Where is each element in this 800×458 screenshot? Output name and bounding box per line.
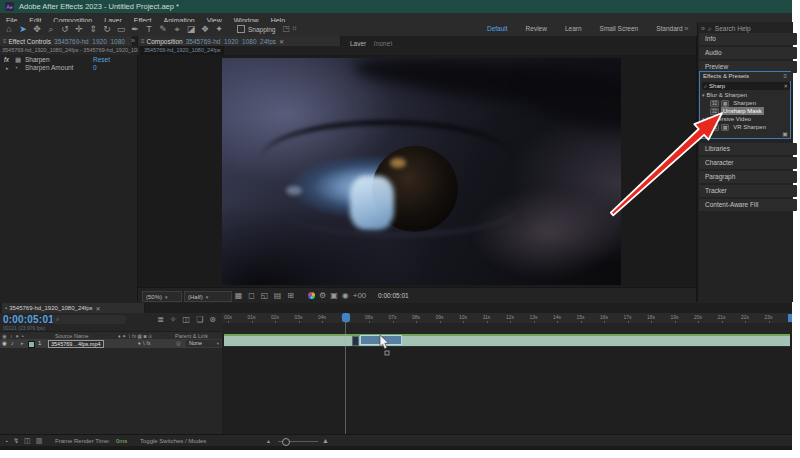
timeline-zoom-knob[interactable] [282, 438, 290, 446]
effect-item-unsharp-mask[interactable]: 32Unsharp Mask [700, 107, 790, 115]
tab-close-icon[interactable]: ✕ [279, 38, 284, 45]
channel-settings-icon[interactable] [308, 292, 315, 299]
panel-header-audio[interactable]: Audio [699, 47, 797, 59]
rotation-tool-icon[interactable]: ↻ [100, 22, 114, 36]
layer-row[interactable]: ◉ ♪ ▸ 1 3545769…4fps.mp4 ♦ ∖ fx ◎ None ▾ [0, 339, 222, 348]
effects-group-immersive-video[interactable]: ▾Immersive Video [700, 115, 790, 123]
roto-brush-tool-icon[interactable]: ❖ [198, 22, 212, 36]
parent-link-dropdown[interactable]: None ▾ [186, 340, 221, 347]
panel-overflow-icon[interactable]: » [701, 25, 705, 32]
snapping-control[interactable]: Snapping ◳ ⌗ [237, 22, 297, 36]
show-snapshot-icon[interactable]: ◉ [342, 291, 349, 300]
orbit-camera-tool-icon[interactable]: ↺ [58, 22, 72, 36]
panel-header-info[interactable]: Info [699, 33, 797, 45]
layer-visibility-icon[interactable]: ◉ [2, 339, 7, 348]
pen-tool-icon[interactable]: ✒ [128, 22, 142, 36]
tab-overflow-icon[interactable]: » [131, 36, 135, 46]
work-area-row[interactable] [222, 323, 792, 334]
workspace-overflow-icon[interactable]: » [684, 22, 688, 36]
snap-options-icon[interactable]: ◳ [282, 24, 292, 33]
snapping-checkbox[interactable] [237, 25, 245, 33]
expand-column-right-icon[interactable]: ▥ [36, 437, 43, 445]
layer-color-chip[interactable] [28, 341, 35, 348]
pan-camera-tool-icon[interactable]: ✛ [72, 22, 86, 36]
panel-menu-icon[interactable]: ≡ [783, 72, 787, 81]
panel-header-content-aware-fill[interactable]: Content-Aware Fill [699, 199, 797, 211]
panel-header-tracker[interactable]: Tracker [699, 185, 797, 197]
zoom-level-dropdown[interactable]: (50%) ▾ [142, 291, 182, 302]
effect-row-sharpen[interactable]: fx ▦ Sharpen Reset [0, 56, 137, 64]
dolly-camera-tool-icon[interactable]: ⇕ [86, 22, 100, 36]
fx-badge-icon[interactable]: fx [4, 56, 9, 64]
draft-3d-icon[interactable]: ✧ [170, 315, 177, 324]
resolution-dropdown[interactable]: (Half) ▾ [184, 291, 232, 302]
brush-tool-icon[interactable]: ✎ [156, 22, 170, 36]
new-preset-icon[interactable]: ▣ [782, 130, 788, 137]
panel-header-character[interactable]: Character [699, 157, 797, 169]
composition-mini-flowchart-icon[interactable]: ≣ [157, 315, 164, 324]
layer-twirl-icon[interactable]: ▸ [21, 339, 24, 348]
layer-switch-icons[interactable]: ♦ ∖ fx [138, 339, 150, 348]
layer-audio-icon[interactable]: ♪ [11, 339, 14, 348]
frame-blending-icon[interactable]: ❏ [196, 315, 203, 324]
panel-menu-icon[interactable]: ≡ [3, 38, 7, 44]
param-twirl-icon[interactable]: ▸ [6, 64, 9, 72]
clone-stamp-tool-icon[interactable]: ⌖ [170, 22, 184, 36]
motion-blur-icon[interactable]: ⊛ [209, 315, 216, 324]
grid-options-icon[interactable]: ⌗ [292, 24, 297, 33]
clear-search-icon[interactable]: ✕ [783, 83, 788, 89]
effects-group-blur-sharpen[interactable]: ▾Blur & Sharpen [700, 91, 790, 99]
exposure-value[interactable]: +00 [353, 291, 367, 300]
render-time-indicator-icon[interactable]: ◔ [4, 438, 8, 445]
tab-timeline-comp[interactable]: ▪ 3545769-hd_1920_1080_24fps ✕ [2, 303, 145, 313]
tab-layer[interactable]: Layer (none) [350, 36, 393, 46]
workspace-default[interactable]: Default [478, 22, 517, 36]
viewer-tab[interactable]: 3545769-hd_1920_1080_24fps [140, 46, 224, 55]
effects-presets-panel[interactable]: Effects & Presets ≡ ⌕ Sharp ✕ ▾Blur & Sh… [699, 71, 791, 139]
snap-extra-icons[interactable]: ◳ ⌗ [282, 24, 296, 34]
hide-shy-layers-icon[interactable]: ◫ [183, 315, 191, 324]
type-tool-icon[interactable]: T [142, 22, 156, 36]
param-value[interactable]: 0 [93, 64, 97, 72]
param-stopwatch-icon[interactable]: ◔ [14, 64, 18, 72]
home-tool-icon[interactable]: ⌂ [2, 22, 16, 36]
workspace-learn[interactable]: Learn [556, 22, 591, 36]
hand-tool-icon[interactable]: ✥ [30, 22, 44, 36]
puppet-pin-tool-icon[interactable]: ✦ [212, 22, 226, 36]
layer-duration-bar[interactable] [224, 334, 790, 347]
workspace-review[interactable]: Review [517, 22, 556, 36]
region-of-interest-icon[interactable]: ◻ [245, 291, 258, 300]
zoom-tool-icon[interactable]: ⌕ [44, 22, 58, 36]
current-timecode[interactable]: 0:00:05:01 [3, 314, 54, 325]
timeline-search-field[interactable]: ⌕ [52, 315, 126, 324]
transparency-grid-icon[interactable]: ▦ [232, 291, 245, 300]
workspace-small-screen[interactable]: Small Screen [591, 22, 648, 36]
resolution-settings-icon[interactable]: ⚙ [319, 291, 326, 300]
grid-and-guides-icon[interactable]: ▤ [271, 291, 284, 300]
tab-composition[interactable]: ≡ Composition 3545769-hd_1920_1080_24fps… [138, 36, 341, 46]
composition-viewer[interactable] [138, 55, 696, 287]
panel-menu-icon[interactable]: ≡ [141, 38, 145, 44]
mask-and-shape-paths-icon[interactable]: ◱ [258, 291, 271, 300]
eraser-tool-icon[interactable]: ◪ [184, 22, 198, 36]
panel-header-paragraph[interactable]: Paragraph [699, 171, 797, 183]
playhead-marker[interactable] [342, 313, 350, 322]
performance-toggle-icon[interactable]: ↯ [13, 437, 19, 445]
effect-item-vr-sharpen[interactable]: 32▦VR Sharpen [700, 123, 790, 131]
effects-search-value[interactable]: Sharp [709, 83, 781, 89]
composition-timecode[interactable]: 0:00:05:01 [378, 288, 409, 303]
timeline-track-area[interactable]: 00s01s02s03s04s05s06s07s08s09s10s11s12s1… [222, 313, 792, 434]
effect-item-sharpen[interactable]: 32▦Sharpen [700, 99, 790, 107]
expand-column-left-icon[interactable]: ◫ [24, 437, 31, 445]
effect-param-row[interactable]: ▸ ◔ Sharpen Amount 0 [0, 64, 137, 72]
effects-search-field[interactable]: ⌕ Sharp ✕ [702, 82, 790, 90]
selection-tool-icon[interactable]: ➤ [16, 22, 30, 36]
snapshot-icon[interactable]: ▣ [330, 291, 338, 300]
panel-header-libraries[interactable]: Libraries [699, 143, 797, 155]
effect-reset-link[interactable]: Reset [93, 56, 110, 64]
tab-close-icon[interactable]: ✕ [96, 305, 101, 312]
tab-effect-controls[interactable]: ≡ Effect Controls 3545769-hd_1920_1080_2… [0, 36, 133, 46]
parent-pickwhip-icon[interactable]: ◎ [176, 339, 181, 348]
mask-shape-tool-icon[interactable]: ▭ [114, 22, 128, 36]
layer-source-name[interactable]: 3545769…4fps.mp4 [48, 340, 104, 348]
